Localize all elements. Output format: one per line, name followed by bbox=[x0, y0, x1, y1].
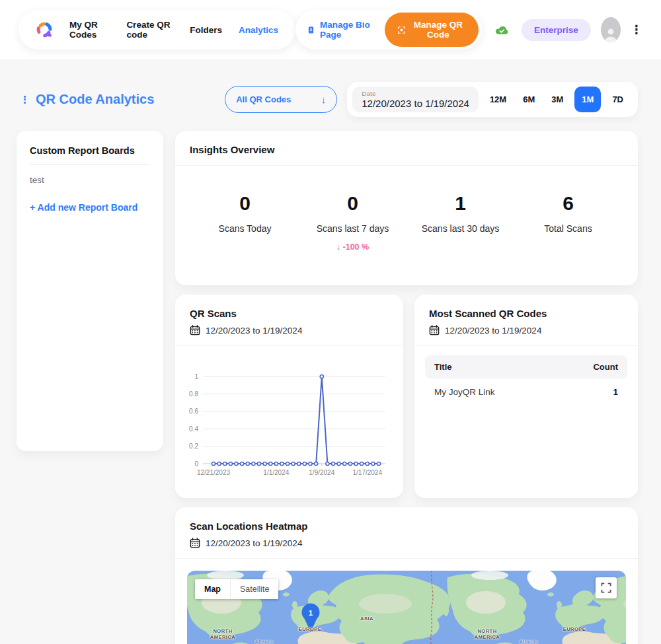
chart-point[interactable] bbox=[360, 462, 364, 465]
chart-point[interactable] bbox=[371, 462, 375, 465]
qr-scans-date-range: 12/20/2023 to 1/19/2024 bbox=[206, 326, 302, 336]
chart-point[interactable] bbox=[377, 462, 380, 465]
scan-locations-card: Scan Locations Heatmap 12/20/2023 to 1/1… bbox=[175, 507, 638, 644]
chart-point[interactable] bbox=[280, 462, 284, 465]
range-12m-button[interactable]: 12M bbox=[485, 90, 512, 108]
chart-point[interactable] bbox=[309, 462, 312, 465]
top-header: My QR Codes Create QR code Folders Analy… bbox=[0, 0, 661, 59]
chart-point[interactable] bbox=[331, 462, 334, 465]
chart-point[interactable] bbox=[297, 462, 301, 465]
add-report-board-button[interactable]: + Add new Report Board bbox=[30, 202, 150, 213]
calendar-icon bbox=[190, 325, 200, 336]
chart-point[interactable] bbox=[241, 462, 244, 465]
svg-text:0.4: 0.4 bbox=[189, 425, 198, 433]
qr-count-cell: 1 bbox=[613, 387, 618, 397]
sidebar-title: Custom Report Boards bbox=[30, 145, 150, 165]
chart-point[interactable] bbox=[212, 462, 215, 465]
qr-scans-card: QR Scans 12/20/2023 to 1/19/2024 00.20.4… bbox=[175, 295, 403, 498]
map-view-button[interactable]: Map bbox=[195, 579, 230, 599]
date-range-value: 12/20/2023 to 1/19/2024 bbox=[362, 98, 469, 109]
main-nav: My QR Codes Create QR code Folders Analy… bbox=[19, 10, 295, 50]
most-scanned-table: Title Count My JoyQR Link 1 bbox=[414, 346, 638, 410]
stat-scans-today: 0 Scans Today bbox=[191, 192, 299, 252]
svg-text:12/21/2023: 12/21/2023 bbox=[197, 469, 230, 476]
chart-point[interactable] bbox=[252, 462, 255, 465]
chart-point[interactable] bbox=[320, 375, 323, 378]
manage-pill: Manage Bio Page Manage QR Code bbox=[295, 10, 482, 50]
chart-point[interactable] bbox=[223, 462, 227, 465]
chart-point[interactable] bbox=[292, 462, 295, 465]
chart-point[interactable] bbox=[263, 462, 266, 465]
calendar-icon bbox=[429, 325, 440, 336]
svg-text:1/17/2024: 1/17/2024 bbox=[353, 469, 383, 476]
stat-scans-30-days: 1 Scans last 30 days bbox=[407, 192, 514, 252]
arrow-down-icon: ↓ bbox=[321, 94, 327, 105]
most-scanned-card: Most Scanned QR Codes 12/20/2023 to 1/19… bbox=[414, 295, 638, 498]
svg-text:1: 1 bbox=[309, 609, 313, 617]
chart-point[interactable] bbox=[274, 462, 278, 465]
fullscreen-icon bbox=[601, 583, 611, 593]
nav-item-folders[interactable]: Folders bbox=[190, 25, 222, 35]
svg-text:0.2: 0.2 bbox=[189, 443, 198, 450]
qr-scan-icon bbox=[398, 25, 405, 35]
chart-point[interactable] bbox=[337, 462, 340, 465]
chart-point[interactable] bbox=[235, 462, 238, 465]
qr-scans-chart: 00.20.40.60.8112/21/20231/1/20241/9/2024… bbox=[175, 346, 403, 489]
chart-point[interactable] bbox=[269, 462, 272, 465]
avatar[interactable] bbox=[601, 17, 621, 42]
chart-point[interactable] bbox=[229, 462, 232, 465]
table-header-row: Title Count bbox=[425, 355, 627, 378]
chart-point[interactable] bbox=[257, 462, 260, 465]
chart-point[interactable] bbox=[348, 462, 352, 465]
svg-text:0: 0 bbox=[194, 460, 198, 468]
qr-scans-header: QR Scans 12/20/2023 to 1/19/2024 bbox=[175, 295, 403, 346]
most-scanned-date-range: 12/20/2023 to 1/19/2024 bbox=[445, 326, 541, 336]
analytics-toolbar: ⋮ QR Code Analytics All QR Codes ↓ Date … bbox=[20, 82, 638, 117]
range-6m-button[interactable]: 6M bbox=[518, 90, 540, 108]
report-board-item[interactable]: test bbox=[30, 175, 150, 185]
header-actions: Manage Bio Page Manage QR Code Enterpris… bbox=[295, 10, 642, 50]
world-map[interactable]: 1 NORTH AMERICAAtlantic OceanEUROPEASIAN… bbox=[187, 571, 626, 644]
bio-page-icon bbox=[307, 25, 315, 35]
insights-overview-card: Insights Overview 0 Scans Today 0 Scans … bbox=[175, 131, 638, 285]
svg-text:1/9/2024: 1/9/2024 bbox=[309, 469, 334, 476]
heatmap-header: Scan Locations Heatmap 12/20/2023 to 1/1… bbox=[175, 507, 638, 559]
table-row[interactable]: My JoyQR Link 1 bbox=[425, 378, 627, 401]
range-7d-button[interactable]: 7D bbox=[607, 90, 629, 108]
svg-text:0.8: 0.8 bbox=[189, 390, 198, 398]
nav-item-create-qr-code[interactable]: Create QR code bbox=[126, 20, 173, 40]
app-logo-icon[interactable] bbox=[36, 21, 53, 38]
kebab-menu-icon[interactable]: ⋮ bbox=[631, 24, 642, 36]
stat-scans-7-days: 0 Scans last 7 days ↓ -100 % bbox=[299, 192, 407, 252]
chart-point[interactable] bbox=[326, 462, 329, 465]
chart-point[interactable] bbox=[286, 462, 289, 465]
svg-text:0.6: 0.6 bbox=[189, 408, 198, 415]
qr-codes-filter-select[interactable]: All QR Codes ↓ bbox=[225, 86, 337, 113]
nav-item-analytics[interactable]: Analytics bbox=[239, 25, 278, 35]
date-range-picker[interactable]: Date 12/20/2023 to 1/19/2024 bbox=[352, 87, 479, 112]
fullscreen-button[interactable] bbox=[596, 577, 617, 598]
range-3m-button[interactable]: 3M bbox=[546, 90, 568, 108]
chart-point[interactable] bbox=[246, 462, 249, 465]
plan-badge[interactable]: Enterprise bbox=[522, 19, 591, 41]
chart-point[interactable] bbox=[315, 462, 318, 465]
date-range-card: Date 12/20/2023 to 1/19/2024 12M 6M 3M 1… bbox=[347, 82, 638, 117]
manage-qr-code-button[interactable]: Manage QR Code bbox=[385, 13, 479, 47]
most-scanned-header: Most Scanned QR Codes 12/20/2023 to 1/19… bbox=[414, 295, 638, 346]
insights-header: Insights Overview bbox=[175, 131, 638, 166]
manage-bio-page-button[interactable]: Manage Bio Page bbox=[307, 20, 374, 40]
chart-point[interactable] bbox=[303, 462, 306, 465]
satellite-view-button[interactable]: Satellite bbox=[230, 579, 278, 599]
svg-text:1/1/2024: 1/1/2024 bbox=[263, 469, 289, 476]
range-1m-button[interactable]: 1M bbox=[574, 87, 601, 112]
nav-item-my-qr-codes[interactable]: My QR Codes bbox=[69, 20, 110, 40]
user-icon bbox=[602, 26, 619, 42]
chart-point[interactable] bbox=[366, 462, 369, 465]
sync-cloud-icon bbox=[494, 23, 509, 37]
chart-point[interactable] bbox=[217, 462, 221, 465]
chart-point[interactable] bbox=[354, 462, 358, 465]
chart-point[interactable] bbox=[343, 462, 346, 465]
stat-total-scans: 6 Total Scans bbox=[514, 192, 622, 252]
custom-report-boards-panel: Custom Report Boards test + Add new Repo… bbox=[17, 131, 163, 451]
drag-dots-icon: ⋮ bbox=[20, 94, 30, 106]
